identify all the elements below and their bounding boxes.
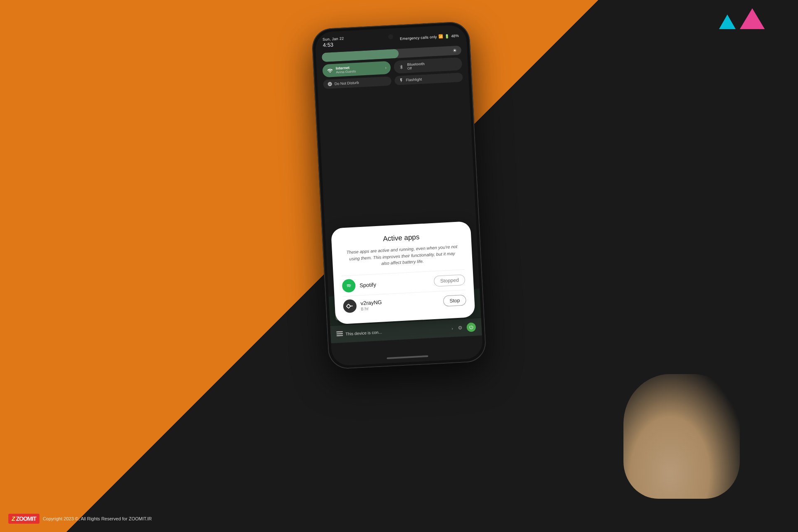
status-time: 4:53 bbox=[323, 41, 344, 48]
battery-percent: 48% bbox=[451, 34, 459, 38]
qs-tile-dnd[interactable]: Do Not Disturb bbox=[323, 76, 392, 89]
bluetooth-sublabel: Off bbox=[407, 66, 425, 70]
home-indicator[interactable] bbox=[387, 355, 428, 359]
brightness-fill bbox=[322, 49, 399, 62]
notification-text: This device is con... bbox=[345, 326, 449, 336]
qs-tile-flashlight[interactable]: Flashlight bbox=[394, 73, 463, 86]
svg-rect-2 bbox=[336, 335, 343, 336]
modal-description: These apps are active and running, even … bbox=[340, 243, 464, 269]
battery-icon: 🔋 bbox=[445, 34, 450, 39]
status-right: Emergency calls only 📶 🔋 48% bbox=[400, 34, 459, 41]
settings-icon[interactable]: ⚙ bbox=[458, 325, 463, 331]
watermark: Z ZOOMIT Copyright 2023 ©, All Rights Re… bbox=[8, 514, 152, 524]
quick-settings-panel: ☀ Internet Avina-Guests bbox=[316, 43, 469, 92]
phone-screen: Sun, Jan 22 4:53 Emergency calls only 📶 … bbox=[315, 25, 483, 366]
brightness-icon: ☀ bbox=[453, 47, 458, 54]
internet-chevron: › bbox=[385, 65, 387, 70]
stop-button[interactable]: Stop bbox=[443, 295, 466, 307]
phone-frame: Sun, Jan 22 4:53 Emergency calls only 📶 … bbox=[311, 21, 487, 370]
zoomit-logo: Z ZOOMIT bbox=[8, 514, 39, 524]
hand-decoration bbox=[623, 374, 740, 499]
flashlight-label: Flashlight bbox=[406, 77, 422, 82]
spotify-name: Spotify bbox=[360, 278, 434, 288]
qs-tile-bluetooth[interactable]: Bluetooth Off bbox=[394, 57, 462, 74]
spotify-stopped-button[interactable]: Stopped bbox=[434, 274, 466, 287]
triangle-cyan bbox=[719, 15, 736, 29]
v2ray-icon bbox=[343, 299, 357, 313]
svg-rect-0 bbox=[336, 331, 343, 332]
internet-tile-text: Internet Avina-Guests bbox=[336, 65, 356, 74]
active-apps-dialog: Active apps These apps are active and ru… bbox=[331, 221, 475, 325]
internet-sublabel: Avina-Guests bbox=[336, 69, 356, 74]
dnd-label: Do Not Disturb bbox=[334, 81, 359, 86]
spotify-icon bbox=[342, 279, 356, 293]
decorative-triangles bbox=[719, 8, 765, 29]
qs-tile-internet[interactable]: Internet Avina-Guests › bbox=[322, 61, 391, 78]
copyright-text: Copyright 2023 ©, All Rights Reserved fo… bbox=[43, 516, 152, 521]
wifi-qs-icon bbox=[327, 67, 334, 74]
modal-title: Active apps bbox=[340, 231, 463, 245]
status-left: Sun, Jan 22 4:53 bbox=[323, 36, 345, 48]
connection-icon bbox=[336, 331, 343, 337]
notification-chevron: › bbox=[451, 326, 453, 330]
hand-shape bbox=[623, 374, 740, 499]
v2rayng-info: v2rayNG 8 hr bbox=[360, 296, 443, 311]
spotify-info: Spotify bbox=[360, 278, 434, 288]
triangle-pink bbox=[740, 8, 765, 29]
bluetooth-tile-text: Bluetooth Off bbox=[407, 62, 425, 70]
power-button[interactable] bbox=[466, 323, 476, 332]
bluetooth-qs-icon bbox=[398, 63, 405, 70]
phone-device: Sun, Jan 22 4:53 Emergency calls only 📶 … bbox=[311, 21, 487, 370]
zoomit-z: Z bbox=[12, 515, 15, 522]
svg-rect-1 bbox=[336, 333, 343, 335]
network-label: Emergency calls only bbox=[400, 35, 437, 41]
wifi-icon: 📶 bbox=[438, 34, 443, 39]
